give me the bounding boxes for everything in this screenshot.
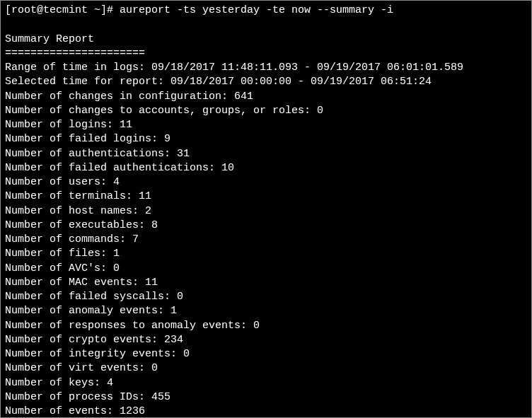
- report-row: Number of changes to accounts, groups, o…: [5, 104, 527, 118]
- report-row: Number of authentications: 31: [5, 147, 527, 161]
- shell-prompt: [root@tecmint ~]#: [5, 4, 120, 16]
- report-row: Range of time in logs: 09/18/2017 11:48:…: [5, 61, 527, 75]
- report-title: Summary Report: [5, 33, 527, 47]
- report-row: Number of commands: 7: [5, 233, 527, 247]
- report-row: Number of responses to anomaly events: 0: [5, 319, 527, 333]
- report-row: Number of logins: 11: [5, 118, 527, 132]
- report-row: Number of files: 1: [5, 247, 527, 261]
- report-row: Number of anomaly events: 1: [5, 304, 527, 318]
- report-row: Number of process IDs: 455: [5, 390, 527, 405]
- blank-line: [5, 18, 527, 32]
- report-row: Number of failed authentications: 10: [5, 161, 527, 175]
- report-row: Number of failed logins: 9: [5, 132, 527, 146]
- report-row: Number of integrity events: 0: [5, 347, 527, 361]
- report-row: Number of failed syscalls: 0: [5, 290, 527, 304]
- report-row: Selected time for report: 09/18/2017 00:…: [5, 75, 527, 89]
- report-row: Number of AVC's: 0: [5, 262, 527, 276]
- report-row: Number of crypto events: 234: [5, 333, 527, 347]
- command-line: [root@tecmint ~]# aureport -ts yesterday…: [5, 4, 527, 18]
- command-text: aureport -ts yesterday -te now --summary…: [120, 4, 393, 16]
- report-row: Number of keys: 4: [5, 376, 527, 390]
- report-row: Number of users: 4: [5, 175, 527, 190]
- report-row: Number of host names: 2: [5, 204, 527, 219]
- report-rows: Range of time in logs: 09/18/2017 11:48:…: [5, 61, 527, 418]
- report-row: Number of changes in configuration: 641: [5, 90, 527, 104]
- report-divider: ======================: [5, 47, 527, 61]
- report-row: Number of events: 1236: [5, 405, 527, 418]
- report-row: Number of executables: 8: [5, 219, 527, 233]
- terminal-output[interactable]: [root@tecmint ~]# aureport -ts yesterday…: [5, 4, 527, 418]
- report-row: Number of virt events: 0: [5, 361, 527, 376]
- report-row: Number of terminals: 11: [5, 190, 527, 204]
- report-row: Number of MAC events: 11: [5, 276, 527, 290]
